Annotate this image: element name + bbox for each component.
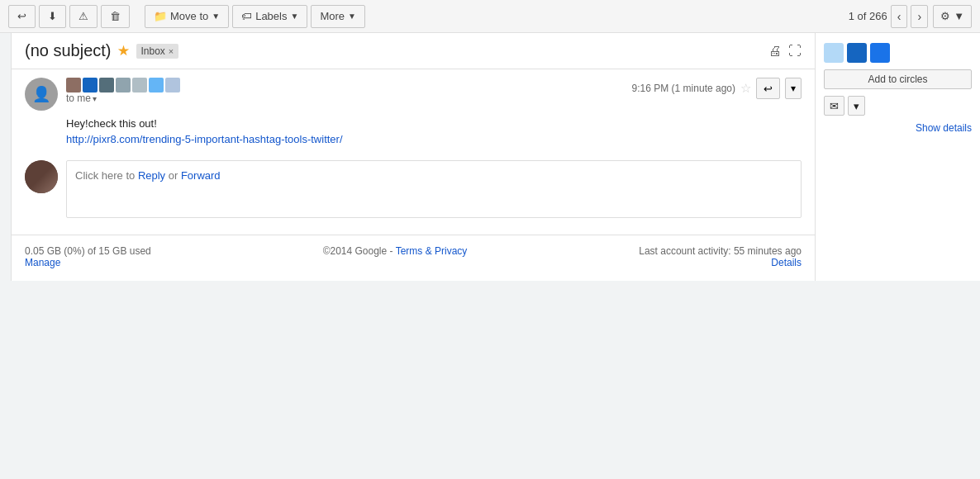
avatar-initial: 👤 <box>32 85 50 103</box>
email-message-header: 👤 <box>25 78 802 111</box>
next-button[interactable]: › <box>911 5 928 28</box>
email-time-row: 9:16 PM (1 minute ago) ☆ ↩ ▾ <box>632 78 802 99</box>
settings-dropdown-icon: ▼ <box>954 10 964 22</box>
email-main: (no subject) Inbox × 🖨 ⛶ 👤 <box>12 33 815 281</box>
sender-avatar: 👤 <box>25 78 58 111</box>
move-to-label: Move to <box>170 10 208 22</box>
footer: 0.05 GB (0%) of 15 GB used Manage ©2014 … <box>12 235 815 278</box>
toolbar-left: ↩ ⬇ ⚠ 🗑 📁 Move to ▼ 🏷 Labels ▼ More ▼ <box>8 5 365 28</box>
reply-avatar <box>25 160 58 193</box>
labels-dropdown-icon: ▼ <box>290 12 298 21</box>
avatar-block-1 <box>66 78 81 92</box>
inbox-label: Inbox × <box>136 44 179 59</box>
subject-bar: (no subject) Inbox × 🖨 ⛶ <box>12 33 815 69</box>
avatar-block-7 <box>165 78 180 92</box>
email-body-link[interactable]: http://pixr8.com/trending-5-important-ha… <box>66 133 343 145</box>
reply-area: Click here to Reply or Forward <box>25 160 802 218</box>
sender-avatar-strip <box>66 78 180 92</box>
reply-click-text: Click here to <box>75 169 138 182</box>
copyright-text: ©2014 Google - <box>323 245 396 257</box>
labels-label: Labels <box>255 10 287 22</box>
details-link[interactable]: Details <box>771 257 802 268</box>
to-me-text: to me <box>66 92 91 104</box>
email-body: Hey!check this out! http://pixr8.com/tre… <box>25 111 802 152</box>
avatar-block-5 <box>132 78 147 92</box>
email-body-text1: Hey!check this out! <box>66 117 802 130</box>
reply-icon: ↩ <box>764 83 773 95</box>
labels-button[interactable]: 🏷 Labels ▼ <box>232 5 307 28</box>
left-sidebar-stub <box>0 33 12 281</box>
delete-button[interactable]: 🗑 <box>101 5 130 28</box>
contact-avatars-row <box>824 43 972 63</box>
toolbar: ↩ ⬇ ⚠ 🗑 📁 Move to ▼ 🏷 Labels ▼ More ▼ 1 … <box>0 0 980 33</box>
expand-button[interactable]: ⛶ <box>788 44 802 59</box>
avatar-block-2 <box>83 78 98 92</box>
footer-activity: Last account activity: 55 minutes ago De… <box>639 245 802 268</box>
contact-more-dropdown-icon: ▾ <box>854 100 859 112</box>
forward-link[interactable]: Forward <box>181 169 221 182</box>
contact-more-icon[interactable]: ▾ <box>848 96 865 116</box>
spam-button[interactable]: ⚠ <box>69 5 98 28</box>
email-action-icon: ✉ <box>830 100 839 112</box>
archive-button[interactable]: ⬇ <box>39 5 66 28</box>
reply-link[interactable]: Reply <box>138 169 165 182</box>
reply-box[interactable]: Click here to Reply or Forward <box>66 160 802 218</box>
terms-link[interactable]: Terms & Privacy <box>396 245 468 257</box>
pagination: 1 of 266 ‹ › <box>849 5 928 28</box>
email-timestamp: 9:16 PM (1 minute ago) <box>632 83 735 94</box>
avatar-block-6 <box>149 78 164 92</box>
recipients-dropdown-icon[interactable]: ▾ <box>93 94 97 103</box>
label-icon: 🏷 <box>241 10 252 22</box>
expand-icon: ⛶ <box>788 44 802 58</box>
reply-button[interactable]: ↩ <box>756 78 780 99</box>
subject-actions: 🖨 ⛶ <box>768 44 802 59</box>
more-button[interactable]: More ▼ <box>311 5 365 28</box>
reply-or-text: or <box>165 169 181 182</box>
prev-button[interactable]: ‹ <box>891 5 908 28</box>
inbox-label-text: Inbox <box>141 45 165 57</box>
avatar-block-4 <box>116 78 131 92</box>
back-icon: ↩ <box>17 10 26 22</box>
prev-icon: ‹ <box>897 10 902 23</box>
avatar-block-3 <box>99 78 114 92</box>
remove-label-button[interactable]: × <box>169 46 174 56</box>
contact-avatar-blue <box>847 43 867 63</box>
subject-title: (no subject) <box>25 41 112 60</box>
contact-panel: Add to circles ✉ ▾ Show details <box>815 33 980 281</box>
more-dropdown-icon: ▼ <box>348 12 356 21</box>
sender-info: to me ▾ <box>66 78 624 104</box>
show-details-link[interactable]: Show details <box>824 122 972 134</box>
next-icon: › <box>917 10 921 23</box>
back-button[interactable]: ↩ <box>8 5 36 28</box>
main-layout: (no subject) Inbox × 🖨 ⛶ 👤 <box>0 33 980 281</box>
star-label-icon <box>118 45 130 57</box>
email-star-icon[interactable]: ☆ <box>740 81 751 96</box>
storage-text: 0.05 GB (0%) of 15 GB used <box>25 245 151 257</box>
reply-more-icon: ▾ <box>791 83 796 94</box>
more-label: More <box>320 10 345 22</box>
contact-actions: ✉ ▾ <box>824 96 972 116</box>
settings-button[interactable]: ⚙ ▼ <box>933 5 972 28</box>
to-me-row: to me ▾ <box>66 92 624 104</box>
contact-email-icon[interactable]: ✉ <box>824 96 844 116</box>
move-dropdown-icon: ▼ <box>212 12 220 21</box>
gear-icon: ⚙ <box>940 10 950 22</box>
add-to-circles-button[interactable]: Add to circles <box>824 69 972 89</box>
reply-more-button[interactable]: ▾ <box>785 78 802 99</box>
move-to-button[interactable]: 📁 Move to ▼ <box>145 5 229 28</box>
sender-name-row <box>66 78 624 92</box>
print-icon: 🖨 <box>768 44 782 58</box>
toolbar-right: 1 of 266 ‹ › ⚙ ▼ <box>849 5 972 28</box>
email-thread: 👤 <box>12 69 815 235</box>
pagination-count: 1 of 266 <box>849 10 887 22</box>
footer-copyright: ©2014 Google - Terms & Privacy <box>323 245 468 257</box>
footer-storage: 0.05 GB (0%) of 15 GB used Manage <box>25 245 151 268</box>
archive-icon: ⬇ <box>48 10 57 22</box>
print-button[interactable]: 🖨 <box>768 44 782 59</box>
last-activity-text: Last account activity: 55 minutes ago <box>639 245 802 257</box>
contact-avatar-light <box>824 43 844 63</box>
manage-link[interactable]: Manage <box>25 257 151 268</box>
folder-icon: 📁 <box>154 10 167 22</box>
contact-avatar-dark-blue <box>870 43 890 63</box>
spam-icon: ⚠ <box>78 10 88 22</box>
